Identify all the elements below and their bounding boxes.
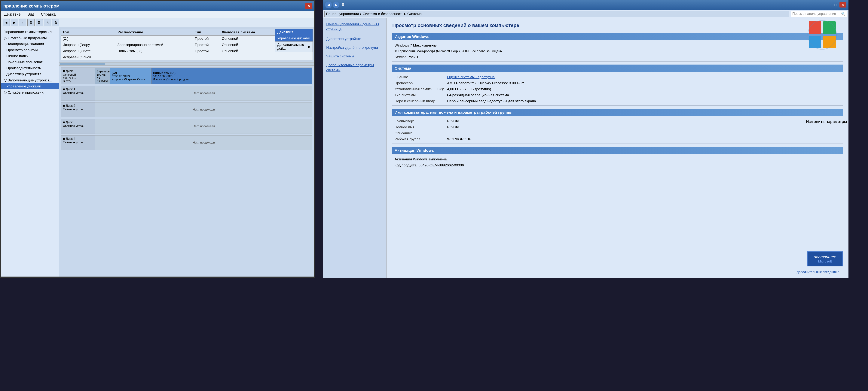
- windows-copyright: © Корпорация Майкрософт (Microsoft Corp.…: [395, 50, 841, 53]
- tree-root[interactable]: Управление компьютером (л: [1, 29, 59, 35]
- svg-point-4: [808, 21, 837, 50]
- search-placeholder: Поиск в панели управления: [792, 12, 836, 16]
- disk-0-icon: ■ Диск 0: [63, 69, 93, 73]
- tree-item-events[interactable]: Просмотр событий: [1, 47, 59, 53]
- disk-1-label: ■ Диск 1 Съёмное устро...: [61, 86, 95, 101]
- toolbar-btn-3[interactable]: ↑: [19, 19, 26, 26]
- right-minimize-button[interactable]: ─: [825, 2, 831, 7]
- disk-3-label: ■ Диск 3 Съёмное устро...: [61, 119, 95, 134]
- cell-tip: Простой: [193, 42, 220, 48]
- tree-item-scheduler[interactable]: Планировщик заданий: [1, 41, 59, 47]
- cell-tip: Простой: [193, 48, 220, 54]
- partition-c-label: (C:): [112, 71, 150, 75]
- table-row[interactable]: (C:) Простой Основной NTFS: [61, 36, 313, 42]
- rating-value[interactable]: Оценка системы недоступна: [447, 75, 841, 79]
- toolbar-btn-2[interactable]: ▶: [11, 19, 18, 26]
- partition-c-sub: 97,56 ГБ NTFS: [112, 75, 150, 78]
- ram-label: Установленная память (ОЗУ):: [395, 87, 447, 91]
- actions-disk-mgmt[interactable]: Управление дисками: [275, 35, 313, 42]
- tree-item-diskmgmt[interactable]: Управление дисками: [1, 83, 59, 89]
- maximize-button[interactable]: □: [298, 3, 305, 9]
- disk-visual-area: ■ Диск 0 Основной 465,76 ГБ В сети Зарез…: [59, 66, 314, 276]
- desc-row: Описание:: [392, 131, 843, 135]
- change-settings-link[interactable]: Изменить параметры: [806, 119, 847, 124]
- right-maximize-button[interactable]: □: [832, 2, 839, 7]
- toolbar-btn-5[interactable]: 🖹: [36, 19, 43, 26]
- tree-item-services[interactable]: ▷ Служебные программы: [1, 35, 59, 41]
- tree-label: Производительность: [6, 66, 41, 70]
- address-bar: Панель управления ▸ Система и безопаснос…: [323, 10, 848, 18]
- right-window-controls: ─ □ ✕: [825, 2, 846, 7]
- disk-row-2: ■ Диск 2 Съёмное устро... Нет носителя: [61, 102, 312, 117]
- horizontal-scrollbar[interactable]: [59, 62, 314, 66]
- nav-home[interactable]: Панель управления - домашняя страница: [324, 20, 385, 33]
- partition-d[interactable]: Новый том (D:) 368,10 ГБ NTFS Исправен (…: [152, 68, 312, 84]
- tree-item-shared[interactable]: Общие папки: [1, 53, 59, 59]
- pen-value: Перо и сенсорный ввод недоступны для это…: [447, 99, 841, 103]
- disk-0-size: 465,76 ГБ: [63, 76, 93, 79]
- divider-3: [392, 143, 843, 144]
- desc-label: Описание:: [395, 131, 447, 135]
- tree-item-users[interactable]: Локальные пользоват...: [1, 59, 59, 65]
- search-box[interactable]: Поиск в панели управления 🔍: [790, 11, 847, 17]
- disk-4-label: ■ Диск 4 Съёмное устро...: [61, 135, 95, 150]
- disk-0-label: ■ Диск 0 Основной 465,76 ГБ В сети: [61, 68, 95, 84]
- compname-row: Компьютер: PC-Lite: [392, 119, 843, 123]
- disk-2-empty: Нет носителя: [95, 102, 312, 117]
- right-main: Панель управления - домашняя страница Ди…: [323, 18, 848, 278]
- tree-item-perf[interactable]: Производительность: [1, 65, 59, 71]
- tree-item-storage[interactable]: ▽ Запоминающие устройст...: [1, 77, 59, 83]
- pen-row: Перо и сенсорный ввод: Перо и сенсорный …: [392, 99, 843, 103]
- menu-action[interactable]: Действие: [3, 11, 22, 17]
- actions-header: Действия: [275, 29, 313, 35]
- scroll-thumb[interactable]: [60, 63, 105, 65]
- rating-label: Оценка:: [395, 75, 447, 79]
- ram-value: 4,00 ГБ (3,75 ГБ доступно): [447, 87, 841, 91]
- disk-3-icon: ■ Диск 3: [63, 121, 93, 124]
- genuine-line2: Microsoft: [818, 259, 832, 263]
- nav-devmgr[interactable]: Диспетчер устройств: [324, 35, 385, 43]
- disk-0-status: В сети: [63, 79, 93, 83]
- col-rasp: Расположение: [116, 29, 193, 36]
- toolbar-btn-7[interactable]: 🖹: [52, 19, 59, 26]
- toolbar-btn-4[interactable]: 🖹: [27, 19, 35, 26]
- right-close-button[interactable]: ✕: [839, 2, 846, 7]
- tree-label: Планировщик заданий: [6, 42, 44, 46]
- right-titlebar: ◀ ▶ 🖥 ─ □ ✕: [323, 0, 848, 10]
- divider-2: [392, 105, 843, 106]
- menu-help[interactable]: Справка: [39, 11, 57, 17]
- tree-item-svcapp[interactable]: ▷ Службы и приложения: [1, 89, 59, 96]
- product-key: Код продукта: 00426-OEM-8992662-00006: [395, 163, 841, 167]
- tree-label: Локальные пользоват...: [6, 60, 45, 64]
- arch-label: Тип системы:: [395, 93, 447, 97]
- activation-row: Активация Windows выполнена: [392, 157, 843, 161]
- table-row[interactable]: Исправен (Систе... Новый том (D:) Просто…: [61, 48, 313, 54]
- partition-d-sub: 368,10 ГБ NTFS: [153, 75, 310, 78]
- minimize-button[interactable]: ─: [290, 3, 297, 9]
- partition-reserved[interactable]: Зарезерв... 100 МБ N1 Исправен: [95, 68, 110, 84]
- tree-item-devmgr[interactable]: Диспетчер устройств: [1, 71, 59, 77]
- back-button[interactable]: ◀: [325, 1, 332, 8]
- disk-1-type: Съёмное устро...: [63, 91, 93, 94]
- close-button[interactable]: ✕: [305, 3, 312, 9]
- toolbar-btn-1[interactable]: ◀: [3, 19, 10, 26]
- actions-more[interactable]: Дополнительные дей... ▶: [275, 42, 313, 52]
- forward-button[interactable]: ▶: [333, 1, 339, 8]
- nav-advanced[interactable]: Дополнительные параметры системы: [324, 61, 385, 74]
- search-icon: 🔍: [841, 12, 845, 16]
- cell-status: Исправен (Загру...: [61, 42, 116, 48]
- table-row[interactable]: Исправен (Основ...: [61, 54, 313, 60]
- nav-protection[interactable]: Защита системы: [324, 52, 385, 60]
- toolbar-btn-6[interactable]: ✎: [44, 19, 51, 26]
- svg-rect-1: [823, 22, 836, 34]
- tree-label: Службы и приложения: [8, 91, 45, 95]
- tree-label: Просмотр событий: [6, 48, 38, 52]
- col-tom: Том: [61, 29, 116, 36]
- cell-osnova: Основной: [220, 42, 278, 48]
- nav-remote[interactable]: Настройка удалённого доступа: [324, 44, 385, 52]
- partition-c[interactable]: (C:) 97,56 ГБ NTFS Исправен (Загрузка, О…: [110, 68, 152, 84]
- additional-info-link[interactable]: Дополнительные сведения о ...: [797, 270, 843, 274]
- breadcrumb[interactable]: Панель управления ▸ Система и безопаснос…: [324, 11, 789, 17]
- menu-view[interactable]: Вид: [26, 11, 36, 17]
- table-row[interactable]: Исправен (Загру... Зарезервировано систе…: [61, 42, 313, 48]
